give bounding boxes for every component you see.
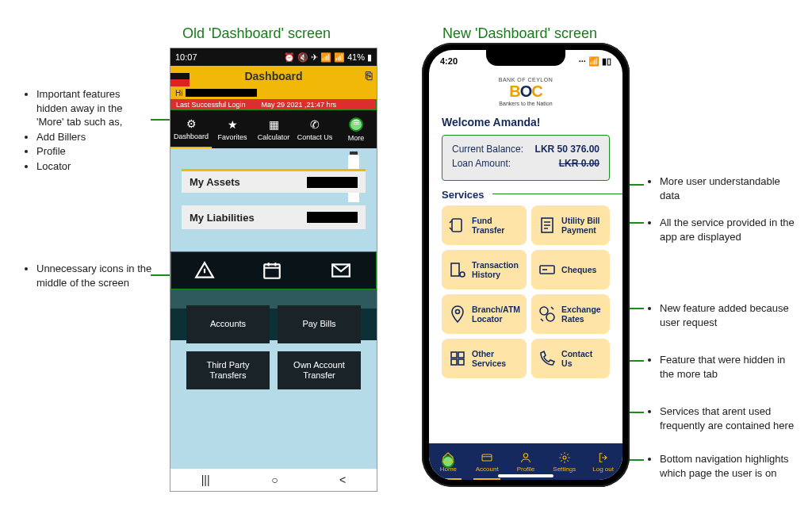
utility-bill-button[interactable]: Utility Bill Payment	[531, 205, 610, 245]
current-balance-row: Current Balance: LKR 50 376.00	[452, 144, 599, 155]
menu-icon: ≡	[353, 116, 359, 128]
loan-amount-row: Loan Amount: LKR 0.00	[452, 158, 599, 169]
svg-rect-12	[451, 359, 457, 365]
welcome-text: Welcome Amanda!	[429, 109, 622, 132]
logo-sub-label: Bankers to the Nation	[499, 101, 552, 106]
balance-card: Current Balance: LKR 50 376.00 Loan Amou…	[442, 135, 610, 181]
svg-rect-11	[458, 352, 464, 358]
nav-home[interactable]: Home	[429, 443, 468, 480]
svg-point-9	[546, 313, 554, 321]
old-header: Dashboard ⎘	[170, 66, 377, 86]
exchange-rates-button[interactable]: Exchange Rates	[531, 294, 610, 334]
nav-label: Dashboard	[174, 132, 209, 140]
back-button[interactable]: <	[339, 473, 346, 486]
svg-rect-10	[451, 352, 457, 358]
old-phone-mock: 10:07 ⏰ 🔇 ✈ 📶 📶 41% ▮ Dashboard ⎘ Hi Las…	[170, 48, 377, 492]
old-top-nav: ⚙ Dashboard ★ Favorites ▦ Calculator ✆ C…	[170, 110, 377, 148]
nav-calculator[interactable]: ▦ Calculator	[253, 110, 294, 148]
own-account-button[interactable]: Own Account Transfer	[278, 351, 361, 389]
nav-logout[interactable]: Log out	[584, 443, 622, 480]
cheque-icon	[538, 260, 557, 279]
mail-icon[interactable]	[329, 260, 353, 281]
calendar-icon[interactable]	[262, 260, 282, 281]
loan-value: LKR 0.00	[559, 158, 599, 169]
loan-label: Loan Amount:	[452, 158, 511, 169]
redacted-amount	[307, 177, 358, 188]
logout-icon	[596, 451, 611, 464]
transfer-icon	[448, 216, 467, 235]
old-greeting: Hi	[170, 86, 377, 99]
calculator-icon: ▦	[269, 118, 279, 131]
exit-icon[interactable]: ⎘	[366, 69, 372, 82]
svc-label: Branch/ATM Locator	[472, 305, 520, 324]
new-phone-screen: 4:20 ··· 📶 ▮▯ BANK OF CEYLON BOC Bankers…	[429, 50, 622, 480]
status-time: 10:07	[175, 52, 197, 62]
history-icon	[448, 260, 467, 279]
accounts-button[interactable]: Accounts	[186, 305, 270, 343]
third-party-button[interactable]: Third Party Transfers	[186, 351, 270, 389]
old-header-title: Dashboard	[244, 70, 302, 82]
phone-icon: ✆	[310, 118, 320, 131]
home-icon	[441, 451, 455, 464]
redacted-name	[186, 89, 257, 97]
nav-label: Settings	[553, 466, 576, 473]
annotation-understandable-data: More user understandable data	[649, 174, 795, 203]
svg-rect-13	[458, 359, 464, 365]
location-icon	[448, 305, 467, 324]
redacted-amount	[307, 212, 358, 223]
cheques-button[interactable]: Cheques	[531, 250, 610, 289]
nav-more[interactable]: ≡ More	[335, 110, 377, 148]
annotation-infrequent: Services that arent used frequently are …	[649, 404, 795, 433]
svg-rect-2	[452, 219, 462, 232]
logo-c: C	[531, 82, 542, 100]
svc-label: Fund Transfer	[472, 216, 520, 235]
bill-icon	[538, 216, 557, 235]
old-icon-bar	[170, 251, 377, 289]
branch-locator-button[interactable]: Branch/ATM Locator	[442, 294, 527, 334]
annotation-hidden-features: Important features hidden away in the 'M…	[25, 87, 152, 174]
services-heading: Services	[429, 184, 622, 202]
fund-transfer-button[interactable]: Fund Transfer	[442, 205, 527, 245]
recent-apps-button[interactable]: |||	[201, 473, 210, 486]
annotation-unnecessary-icons: Unnecessary icons in the middle of the s…	[25, 262, 152, 290]
transaction-history-button[interactable]: Transaction History	[442, 250, 527, 289]
old-status-bar: 10:07 ⏰ 🔇 ✈ 📶 📶 41% ▮	[170, 48, 377, 66]
status-time: 4:20	[440, 56, 458, 66]
nav-dashboard[interactable]: ⚙ Dashboard	[170, 110, 212, 148]
hi-label: Hi	[175, 89, 182, 98]
logo-b: B	[509, 82, 519, 100]
row-label: My Liabilities	[190, 212, 255, 224]
balance-label: Current Balance:	[452, 144, 523, 155]
profile-icon	[519, 451, 533, 464]
annotation-new-feature: New feature added because user request	[649, 301, 795, 330]
my-liabilities-row[interactable]: My Liabilities	[182, 205, 366, 229]
nav-label: Log out	[592, 466, 614, 473]
other-services-button[interactable]: Other Services	[442, 339, 527, 378]
svg-rect-0	[264, 264, 280, 278]
annotation-hidden-feature: Feature that were hidden in the more tab	[649, 353, 795, 381]
svg-point-5	[460, 272, 465, 277]
svg-rect-14	[482, 454, 492, 461]
boc-logo: BANK OF CEYLON BOC Bankers to the Nation	[429, 72, 622, 109]
last-login-label: Last Successful Login	[176, 101, 246, 109]
svc-label: Utility Bill Payment	[561, 216, 603, 235]
nav-contact[interactable]: ✆ Contact Us	[294, 110, 335, 148]
svc-label: Transaction History	[472, 260, 520, 279]
old-title: Old 'Dashboard' screen	[182, 25, 331, 42]
my-assets-row[interactable]: My Assets	[182, 169, 366, 193]
svg-point-8	[540, 307, 548, 315]
services-icon	[448, 349, 467, 368]
contact-us-button[interactable]: Contact Us	[531, 339, 610, 378]
old-logo-icon	[170, 66, 190, 86]
balance-value: LKR 50 376.00	[535, 144, 599, 155]
warning-icon[interactable]	[194, 260, 215, 281]
nav-label: Contact Us	[297, 133, 333, 141]
phone-notch	[486, 50, 565, 66]
nav-label: Account	[476, 466, 499, 473]
home-button[interactable]: ○	[271, 473, 278, 486]
nav-favorites[interactable]: ★ Favorites	[212, 110, 253, 148]
last-login-stamp: May 29 2021 ,21:47 hrs	[262, 101, 337, 109]
nav-label: More	[348, 134, 365, 142]
pay-bills-button[interactable]: Pay Bills	[278, 305, 361, 343]
nav-label: Calculator	[258, 133, 290, 141]
